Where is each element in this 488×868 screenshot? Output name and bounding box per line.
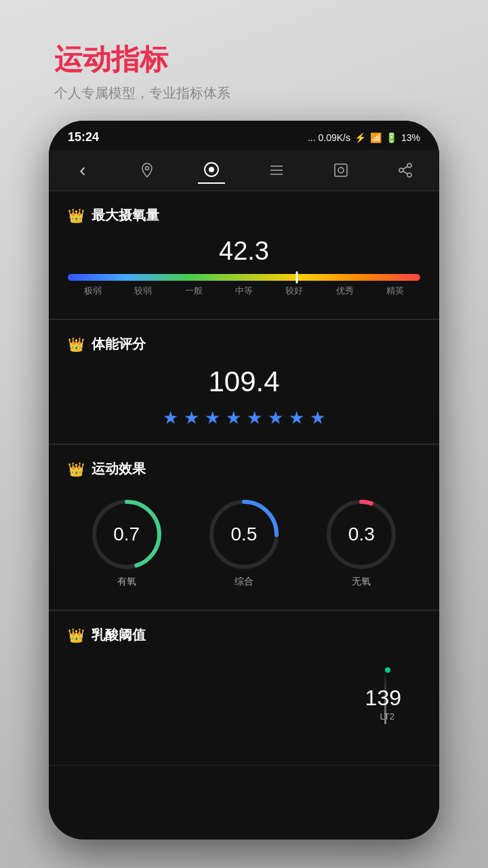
- location-icon[interactable]: [134, 157, 161, 184]
- crown-icon-vo2max: 👑: [68, 208, 85, 224]
- status-icons: ... 0.09K/s ⚡ 📶 🔋 13%: [308, 132, 420, 143]
- vo2max-label: 最大摄氧量: [92, 206, 159, 224]
- nav-bar: ‹: [49, 150, 439, 191]
- bar-label-2: 一般: [169, 285, 219, 297]
- list-icon[interactable]: [263, 157, 290, 184]
- star-1: ★: [163, 408, 178, 429]
- fitness-label: 体能评分: [92, 335, 146, 353]
- battery-icon: 🔋: [386, 132, 397, 143]
- fitness-value: 109.4: [68, 366, 420, 398]
- effects-label: 运动效果: [92, 460, 146, 478]
- crown-icon-lactic: 👑: [68, 627, 85, 644]
- effects-section: 👑 运动效果 0.7 有氧: [49, 445, 439, 610]
- search-icon[interactable]: [327, 157, 354, 184]
- crown-icon-effects: 👑: [68, 461, 85, 477]
- phone-shell: 15:24 ... 0.09K/s ⚡ 📶 🔋 13% ‹: [49, 121, 439, 840]
- bar-label-6: 精英: [370, 285, 420, 297]
- status-time: 15:24: [68, 130, 99, 144]
- svg-point-9: [399, 168, 403, 172]
- lactic-title-row: 👑 乳酸阈值: [68, 626, 420, 644]
- page-title: 运动指标: [54, 41, 230, 79]
- circle-icon[interactable]: [198, 157, 225, 184]
- vo2max-section: 👑 最大摄氧量 42.3 极弱 较弱 一般 中等 较好 优秀 精英: [49, 191, 439, 319]
- comprehensive-circle-wrap: 0.5 综合: [207, 497, 281, 588]
- wifi-icon: 📶: [370, 132, 382, 143]
- star-8: ★: [310, 408, 325, 429]
- color-bar-wrapper: 极弱 较弱 一般 中等 较好 优秀 精英: [68, 274, 420, 297]
- lactic-section: 👑 乳酸阈值 139 LT2: [49, 611, 439, 766]
- phone-screen: 15:24 ... 0.09K/s ⚡ 📶 🔋 13% ‹: [49, 121, 439, 840]
- lactic-lt2-label: LT2: [380, 711, 394, 722]
- star-3: ★: [205, 408, 220, 429]
- svg-point-2: [209, 167, 214, 172]
- bar-label-4: 较好: [269, 285, 319, 297]
- svg-line-12: [403, 167, 408, 170]
- svg-line-11: [403, 172, 408, 174]
- aerobic-circle-wrap: 0.7 有氧: [89, 497, 164, 588]
- aerobic-value: 0.7: [113, 525, 140, 544]
- network-status: ... 0.09K/s: [308, 132, 350, 143]
- crown-icon-fitness: 👑: [68, 336, 85, 353]
- comprehensive-circle: 0.5: [207, 497, 281, 572]
- bar-label-0: 极弱: [68, 285, 118, 297]
- anaerobic-label: 无氧: [352, 576, 371, 588]
- status-bar: 15:24 ... 0.09K/s ⚡ 📶 🔋 13%: [49, 121, 439, 150]
- comprehensive-value: 0.5: [231, 525, 258, 544]
- star-4: ★: [226, 408, 241, 429]
- page-subtitle: 个人专属模型，专业指标体系: [54, 84, 230, 102]
- bar-label-5: 优秀: [319, 285, 369, 297]
- anaerobic-value: 0.3: [348, 525, 375, 544]
- lactic-dot: [385, 667, 390, 673]
- svg-point-7: [338, 167, 344, 173]
- color-bar: [68, 274, 420, 281]
- lactic-value: 139: [365, 686, 401, 711]
- battery-pct: 13%: [401, 132, 420, 143]
- star-6: ★: [268, 408, 283, 429]
- fitness-section: 👑 体能评分 109.4 ★ ★ ★ ★ ★ ★ ★ ★: [49, 320, 439, 444]
- content-scroll[interactable]: 👑 最大摄氧量 42.3 极弱 较弱 一般 中等 较好 优秀 精英: [49, 191, 439, 835]
- share-icon[interactable]: [392, 157, 419, 184]
- anaerobic-circle: 0.3: [324, 497, 399, 572]
- svg-point-0: [146, 167, 149, 170]
- star-2: ★: [184, 408, 199, 429]
- svg-point-10: [407, 173, 411, 177]
- star-5: ★: [247, 408, 262, 429]
- lactic-label: 乳酸阈值: [92, 626, 146, 644]
- lactic-chart: 139 LT2: [68, 656, 420, 724]
- svg-point-8: [407, 163, 411, 167]
- color-bar-indicator: [296, 271, 298, 283]
- effect-circles: 0.7 有氧 0.5 综合: [68, 490, 420, 595]
- effects-title-row: 👑 运动效果: [68, 460, 420, 478]
- vo2max-value: 42.3: [68, 237, 420, 266]
- back-button[interactable]: ‹: [69, 157, 96, 184]
- star-7: ★: [289, 408, 304, 429]
- aerobic-label: 有氧: [117, 576, 136, 588]
- comprehensive-label: 综合: [235, 576, 253, 588]
- svg-rect-6: [335, 164, 347, 176]
- fitness-title-row: 👑 体能评分: [68, 335, 420, 353]
- anaerobic-circle-wrap: 0.3 无氧: [324, 497, 399, 588]
- bar-label-1: 较弱: [118, 285, 168, 297]
- color-bar-labels: 极弱 较弱 一般 中等 较好 优秀 精英: [68, 285, 420, 297]
- vo2max-title-row: 👑 最大摄氧量: [68, 206, 420, 224]
- stars-row: ★ ★ ★ ★ ★ ★ ★ ★: [68, 408, 420, 429]
- bluetooth-icon: ⚡: [354, 132, 366, 143]
- aerobic-circle: 0.7: [89, 497, 164, 572]
- page-title-area: 运动指标 个人专属模型，专业指标体系: [54, 41, 230, 102]
- bar-label-3: 中等: [219, 285, 269, 297]
